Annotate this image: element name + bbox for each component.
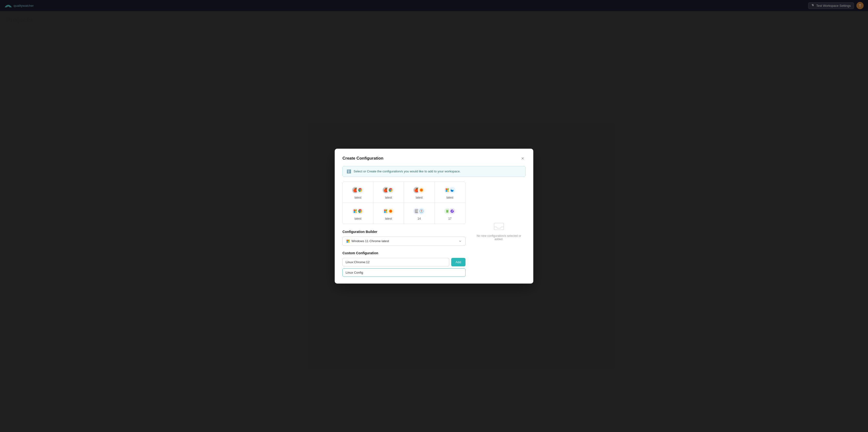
config-cell-android-chrome[interactable]: 17: [435, 203, 465, 224]
firefox-icon-1: [419, 188, 424, 192]
dropdown-value: Windows 11 Chrome latest: [351, 239, 389, 243]
config-cell-mac-firefox[interactable]: 🍎 latest: [404, 182, 435, 203]
config-cell-label-7: 14: [417, 217, 421, 220]
svg-rect-9: [353, 210, 355, 211]
firefox-icon-2: [389, 209, 393, 213]
svg-point-33: [453, 210, 454, 211]
dropdown-inner: Windows 11 Chrome latest: [346, 239, 389, 243]
config-cell-label-5: latest: [354, 217, 361, 220]
browser-icon-edge-1: [448, 186, 456, 194]
browser-icon-chrome-1: [356, 186, 364, 194]
configuration-builder-dropdown[interactable]: Windows 11 Chrome latest: [342, 237, 465, 246]
browser-icon-firefox-2: [387, 208, 394, 215]
config-cell-icons-7: [413, 207, 426, 215]
empty-inbox-icon: [493, 222, 505, 231]
configuration-builder-section: Configuration Builder Windows 11 Chrome …: [342, 230, 465, 246]
custom-configuration-title: Custom Configuration: [342, 251, 465, 255]
svg-line-27: [448, 210, 448, 210]
svg-point-32: [452, 211, 453, 211]
custom-name-input[interactable]: [342, 268, 465, 277]
browser-icon-firefox-1: [418, 186, 425, 194]
safari-icon-1: [419, 209, 424, 213]
browser-icon-chrome-3: [356, 208, 364, 215]
browser-icon-safari-1: [418, 208, 425, 215]
config-cell-icons-8: [444, 207, 456, 215]
config-cell-label-4: latest: [446, 196, 454, 199]
config-cell-win-chrome[interactable]: latest: [343, 203, 373, 224]
config-cell-icons-1: 🍎: [352, 186, 364, 194]
configuration-grid: 🍎 latest: [342, 182, 465, 224]
chevron-down-icon: [459, 240, 462, 243]
configuration-builder-title: Configuration Builder: [342, 230, 465, 234]
config-cell-icons-6: [382, 207, 395, 215]
config-cell-label-2: latest: [385, 196, 392, 199]
modal-right-panel: No new configuration/s selected or added…: [472, 182, 526, 277]
config-cell-icons-2: 🍎: [382, 186, 395, 194]
config-cell-win-firefox[interactable]: latest: [373, 203, 404, 224]
custom-name-row: [342, 268, 465, 277]
svg-rect-37: [348, 241, 349, 243]
modal-title: Create Configuration: [342, 156, 383, 161]
config-cell-icons-3: 🍎: [413, 186, 426, 194]
config-cell-mac-chrome[interactable]: 🍎 latest: [343, 182, 373, 203]
svg-rect-5: [445, 188, 447, 190]
empty-state-message: No new configuration/s selected or added…: [472, 234, 526, 241]
svg-point-4: [421, 190, 422, 191]
config-cell-label-8: 17: [448, 217, 452, 220]
windows-dropdown-icon: [346, 239, 350, 243]
config-cell-win-edge[interactable]: latest: [435, 182, 465, 203]
empty-state: No new configuration/s selected or added…: [472, 222, 526, 241]
svg-rect-34: [347, 240, 348, 241]
svg-line-26: [446, 210, 446, 210]
svg-point-23: [416, 212, 417, 213]
custom-config-input[interactable]: [342, 258, 449, 266]
info-banner-text: Select or Create the configuration/s you…: [353, 169, 461, 173]
svg-rect-36: [347, 241, 348, 243]
edge-icon-1: [450, 188, 454, 192]
custom-config-row: Add: [342, 258, 465, 266]
svg-rect-16: [384, 211, 386, 213]
svg-rect-38: [494, 223, 504, 230]
browser-icon-chrome-4: [448, 208, 456, 215]
custom-configuration-section: Custom Configuration Add: [342, 251, 465, 277]
samsung-browser-icon: [450, 209, 454, 213]
svg-rect-35: [348, 240, 349, 241]
svg-point-29: [447, 210, 448, 211]
custom-config-fields: Add: [342, 258, 465, 277]
svg-point-20: [390, 211, 391, 212]
chrome-icon-1: [358, 188, 362, 192]
config-cell-label-1: latest: [354, 196, 361, 199]
config-cell-ios-safari[interactable]: 14: [404, 203, 435, 224]
browser-icon-chrome-2: [387, 186, 394, 194]
modal-header: Create Configuration ×: [342, 155, 526, 161]
modal-close-button[interactable]: ×: [520, 155, 526, 161]
config-cell-label-6: latest: [385, 217, 392, 220]
config-cell-icons-4: [444, 186, 456, 194]
svg-rect-7: [445, 190, 447, 191]
add-button[interactable]: Add: [451, 258, 465, 266]
chrome-icon-3: [358, 209, 362, 213]
svg-point-13: [359, 210, 361, 212]
info-banner: ℹ️ Select or Create the configuration/s …: [342, 166, 526, 177]
config-cell-mac-chrome-2[interactable]: 🍎 latest: [373, 182, 404, 203]
modal-body: 🍎 latest: [342, 182, 526, 277]
create-configuration-modal: Create Configuration × ℹ️ Select or Crea…: [335, 149, 533, 283]
svg-rect-14: [384, 210, 386, 211]
config-cell-label-3: latest: [415, 196, 423, 199]
chrome-icon-2: [389, 188, 393, 192]
svg-point-28: [446, 210, 447, 211]
info-icon: ℹ️: [347, 169, 351, 174]
svg-rect-22: [415, 210, 418, 212]
svg-rect-11: [353, 211, 355, 213]
modal-left-panel: 🍎 latest: [342, 182, 465, 277]
modal-overlay: Create Configuration × ℹ️ Select or Crea…: [0, 0, 868, 432]
config-cell-icons-5: [352, 207, 364, 215]
svg-point-1: [390, 189, 392, 191]
